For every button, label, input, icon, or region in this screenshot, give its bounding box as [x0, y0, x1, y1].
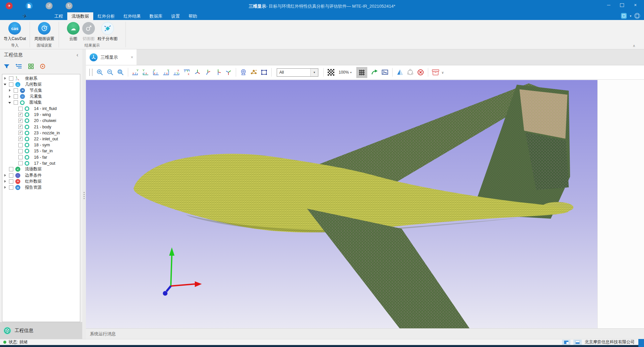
panel-bottom-tab[interactable]: 工程信息: [0, 322, 82, 339]
menu-item-engineering[interactable]: 工程: [50, 12, 67, 20]
archive-caret-icon[interactable]: ∨: [442, 71, 444, 74]
tree-item-surface[interactable]: 18 - sym: [2, 142, 80, 148]
checkbox[interactable]: [14, 88, 18, 93]
checkbox[interactable]: [18, 107, 23, 111]
tab-close-icon[interactable]: ×: [131, 55, 133, 60]
periodic-face-button[interactable]: 周期面设置: [33, 21, 55, 42]
checkbox[interactable]: [18, 119, 23, 123]
app-launch-icon[interactable]: ✈: [6, 2, 13, 9]
help-manual-icon[interactable]: [634, 13, 640, 19]
iso-view-2-icon[interactable]: [203, 68, 212, 77]
close-icon[interactable]: ×: [629, 0, 642, 10]
view-front-icon[interactable]: xzY: [131, 68, 140, 77]
view-back-icon[interactable]: zxY: [142, 68, 150, 77]
zoom-out-icon[interactable]: [106, 68, 115, 77]
checkbox[interactable]: [14, 94, 18, 99]
menu-item-database[interactable]: 数据库: [145, 12, 167, 20]
layout-toggle-1-icon[interactable]: [562, 340, 570, 345]
view-top-icon[interactable]: zYx: [172, 68, 181, 77]
contour-cloud-button[interactable]: ☁ 云图: [66, 21, 81, 42]
tree-item-surface[interactable]: 14 - int_fluid: [2, 106, 80, 112]
tree-item-node-set[interactable]: 节点集: [2, 87, 80, 93]
checkbox[interactable]: [18, 149, 23, 153]
node-graph-icon[interactable]: [249, 68, 258, 77]
tree-item-boundary-condition[interactable]: 边界条件: [2, 172, 80, 178]
export-arrow-icon[interactable]: [370, 68, 379, 77]
ribbon-collapse-icon[interactable]: ∧: [633, 44, 635, 48]
probe-camera-icon[interactable]: [239, 68, 248, 77]
tree-item-infrared-data[interactable]: 红外数据: [2, 178, 80, 184]
delete-icon[interactable]: [416, 68, 425, 77]
tree-item-face-set[interactable]: 面域集: [2, 100, 80, 106]
tree-item-surface[interactable]: 22 - inlet_out: [2, 136, 80, 142]
filter-icon[interactable]: [3, 63, 10, 69]
style-chip-icon[interactable]: [621, 13, 627, 19]
tree-item-geometry-data[interactable]: 几何数据: [2, 81, 80, 87]
restore-icon[interactable]: [615, 0, 629, 10]
zoom-in-icon[interactable]: [96, 68, 104, 77]
box-select-icon[interactable]: [260, 68, 268, 77]
iso-view-3-icon[interactable]: [214, 68, 222, 77]
aircraft-mesh-model[interactable]: [86, 80, 597, 328]
iso-view-4-icon[interactable]: [224, 68, 233, 77]
toolbar-grip[interactable]: [89, 69, 93, 76]
expander-icon[interactable]: [3, 179, 7, 183]
particle-distribution-button[interactable]: 粒子分布图: [97, 21, 119, 42]
checkbox[interactable]: [9, 167, 13, 171]
expander-icon[interactable]: [3, 82, 7, 86]
locate-target-icon[interactable]: [40, 63, 46, 69]
menu-item-ir-results[interactable]: 红外结果: [119, 12, 145, 20]
checkbox[interactable]: [18, 113, 23, 117]
panel-splitter[interactable]: [82, 49, 86, 339]
checkbox[interactable]: [9, 173, 13, 178]
mirror-icon[interactable]: [396, 68, 404, 77]
tree-item-report-resource[interactable]: 报告资源: [2, 184, 80, 190]
panel-collapse-icon[interactable]: ‹: [77, 52, 78, 58]
tree-item-surface[interactable]: 15 - far_in: [2, 148, 80, 154]
checkbox[interactable]: [18, 137, 23, 141]
undo-icon[interactable]: ↺: [46, 2, 53, 9]
region-filter-select[interactable]: All ▼: [277, 68, 318, 77]
checkbox[interactable]: [18, 125, 23, 129]
archive-box-icon[interactable]: [431, 68, 440, 77]
expander-icon[interactable]: [3, 185, 7, 189]
opacity-zoom-dropdown[interactable]: 100%▾: [339, 70, 352, 75]
near-wing[interactable]: [307, 209, 470, 328]
tree-item-surface[interactable]: 17 - far_out: [2, 160, 80, 166]
redo-icon[interactable]: ↻: [66, 2, 73, 9]
tree-item-surface[interactable]: 23 - nozzle_in: [2, 130, 80, 136]
tree-item-coordinate-system[interactable]: Yzx 坐标系: [2, 75, 80, 81]
new-document-icon[interactable]: [26, 2, 33, 9]
expander-icon[interactable]: [8, 95, 12, 99]
checkbox[interactable]: [9, 82, 13, 87]
tree-item-surface[interactable]: 20 - chuiwei: [2, 118, 80, 124]
tree-item-surface[interactable]: 19 - wing: [2, 112, 80, 118]
grid-view-icon[interactable]: [28, 63, 34, 69]
menu-item-flowfield[interactable]: 流场数据: [67, 12, 93, 20]
view-right-icon[interactable]: zxY: [162, 68, 171, 77]
expander-icon[interactable]: [8, 88, 12, 92]
tree-item-surface[interactable]: 16 - far: [2, 154, 80, 160]
minimize-icon[interactable]: ─: [602, 0, 615, 10]
view-bottom-icon[interactable]: zYx: [183, 68, 191, 77]
layout-toggle-2-icon[interactable]: [573, 340, 582, 345]
expander-icon[interactable]: [8, 101, 12, 105]
tree-item-flow-data[interactable]: 流场数据: [2, 166, 80, 172]
menu-item-ir-analysis[interactable]: 红外分析: [93, 12, 119, 20]
combo-dropdown-icon[interactable]: ▼: [310, 69, 318, 76]
zoom-fit-icon[interactable]: [116, 68, 125, 77]
collapse-list-icon[interactable]: [16, 63, 22, 69]
import-cas-dat-button[interactable]: cas 导入Cas/Dat: [3, 21, 27, 42]
mesh-grid-toggle[interactable]: [356, 67, 367, 78]
checkbox[interactable]: [18, 143, 23, 147]
expander-icon[interactable]: [3, 173, 7, 177]
checkbox[interactable]: [18, 131, 23, 135]
checkbox[interactable]: [18, 161, 23, 165]
menu-item-help[interactable]: 帮助: [184, 12, 201, 20]
tree-item-surface[interactable]: 21 - body: [2, 124, 80, 130]
view-left-icon[interactable]: xzY: [152, 68, 161, 77]
expander-icon[interactable]: [3, 76, 7, 80]
viewport-3d[interactable]: [86, 80, 597, 328]
checkbox[interactable]: [9, 185, 13, 190]
checkbox[interactable]: [9, 179, 13, 184]
